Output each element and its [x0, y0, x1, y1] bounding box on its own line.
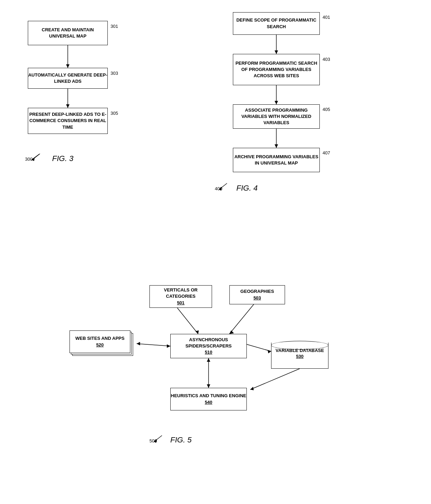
- fig5-geo-ref: 503: [241, 295, 274, 301]
- fig4-step1-box: DEFINE SCOPE OF PROGRAMMATIC SEARCH: [233, 12, 320, 35]
- fig5-vardb-ref: 530: [271, 354, 328, 359]
- svg-marker-27: [207, 358, 210, 362]
- fig4-step1-text: DEFINE SCOPE OF PROGRAMMATIC SEARCH: [233, 17, 319, 30]
- fig5-spiders-box: ASYNCHRONOUS SPIDERS/SCRAPERS 510: [170, 334, 247, 358]
- svg-marker-9: [275, 101, 278, 104]
- svg-line-16: [229, 304, 254, 334]
- fig5-verticals-ref: 501: [150, 300, 212, 306]
- fig5-label: FIG. 5: [170, 435, 192, 445]
- fig3-ref2: 303: [111, 71, 118, 76]
- fig3-ref3: 305: [111, 111, 118, 116]
- fig5-heuristics-ref: 540: [171, 399, 246, 406]
- fig3-step1-text: CREATE AND MAINTAIN UNIVERSAL MAP: [28, 27, 107, 39]
- svg-line-18: [137, 344, 170, 346]
- svg-line-23: [250, 369, 300, 390]
- svg-line-4: [32, 154, 40, 160]
- fig5-websites-box: WEB SITES AND APPS 520: [70, 330, 130, 353]
- fig5-websites-container: WEB SITES AND APPS 520: [70, 330, 137, 359]
- fig5-geo-text: GEOGRAPHIES: [241, 288, 274, 295]
- fig3-step2-box: AUTOMATICALLY GENERATE DEEP-LINKED ADS: [28, 68, 108, 89]
- svg-line-14: [177, 308, 198, 334]
- fig4-step4-box: ARCHIVE PROGRAMMING VARIABLES IN UNIVERS…: [233, 148, 320, 172]
- fig4-step3-text: ASSOCIATE PROGRAMMING VARIABLES WITH NOR…: [233, 107, 319, 126]
- fig3-step1-box: CREATE AND MAINTAIN UNIVERSAL MAP: [28, 21, 108, 45]
- fig5-vardb-container: VARIABLE DATABASE 530: [271, 337, 328, 369]
- fig5-heuristics-box: HEURISTICS AND TUNING ENGINE 540: [170, 388, 247, 410]
- svg-marker-15: [195, 330, 199, 334]
- svg-marker-20: [167, 344, 170, 348]
- fig4-step3-box: ASSOCIATE PROGRAMMING VARIABLES WITH NOR…: [233, 104, 320, 129]
- fig3-figure-num: 300: [25, 157, 33, 162]
- fig4-label: FIG. 4: [236, 184, 258, 193]
- fig5-verticals-box: VERTICALS OR CATEGORIES 501: [149, 285, 212, 308]
- svg-line-21: [247, 344, 271, 351]
- fig3-step2-text: AUTOMATICALLY GENERATE DEEP-LINKED ADS: [28, 72, 107, 85]
- fig4-step2-text: PERFORM PROGRAMMATIC SEARCH OF PROGRAMMI…: [233, 60, 319, 79]
- fig5-heuristics-text: HEURISTICS AND TUNING ENGINE: [171, 393, 246, 399]
- svg-marker-24: [250, 387, 254, 390]
- svg-marker-11: [275, 144, 278, 148]
- svg-marker-7: [275, 50, 278, 54]
- fig5-spiders-ref: 510: [171, 349, 246, 355]
- svg-marker-3: [66, 104, 70, 108]
- fig4-ref2: 403: [323, 57, 330, 62]
- svg-marker-17: [229, 330, 234, 334]
- fig3-step3-text: PRESENT DEEP-LINKED ADS TO E-COMMERCE CO…: [28, 111, 107, 130]
- fig5-vardb-text: VARIABLE DATABASE: [271, 348, 328, 354]
- fig4-step4-text: ARCHIVE PROGRAMMING VARIABLES IN UNIVERS…: [233, 154, 319, 166]
- fig5-verticals-text: VERTICALS OR CATEGORIES: [150, 287, 212, 299]
- fig4-step2-box: PERFORM PROGRAMMATIC SEARCH OF PROGRAMMI…: [233, 54, 320, 85]
- fig5-websites-text: WEB SITES AND APPS: [75, 335, 124, 342]
- svg-marker-26: [207, 384, 210, 388]
- fig3-label: FIG. 3: [52, 154, 73, 163]
- svg-marker-22: [268, 350, 271, 353]
- fig4-figure-num: 400: [215, 186, 222, 191]
- fig4-ref3: 405: [323, 107, 330, 112]
- fig5-spiders-text: ASYNCHRONOUS SPIDERS/SCRAPERS: [171, 337, 246, 349]
- fig3-ref1: 301: [111, 24, 118, 29]
- fig5-figure-num: 500: [149, 438, 157, 443]
- svg-marker-1: [66, 64, 70, 68]
- fig5-websites-ref: 520: [75, 342, 124, 348]
- fig4-ref4: 407: [323, 150, 330, 155]
- fig4-ref1: 401: [323, 15, 330, 20]
- svg-marker-19: [137, 342, 140, 345]
- fig5-geo-box: GEOGRAPHIES 503: [229, 285, 285, 304]
- fig3-step3-box: PRESENT DEEP-LINKED ADS TO E-COMMERCE CO…: [28, 108, 108, 134]
